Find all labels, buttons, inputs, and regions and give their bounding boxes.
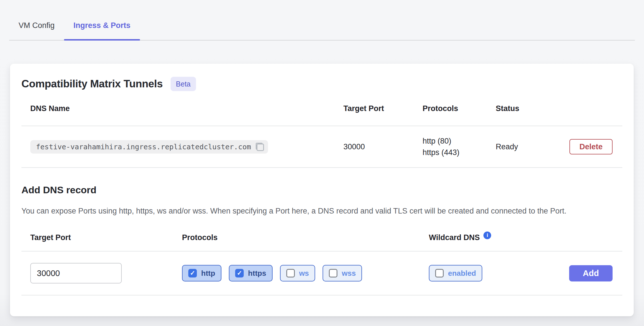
beta-badge: Beta (171, 77, 196, 91)
checkbox-box (286, 269, 295, 277)
header-target-port: Target Port (343, 104, 423, 113)
table-row: festive-varahamihira.ingress.replicatedc… (21, 126, 622, 168)
wildcard-checkbox-label: enabled (448, 269, 476, 278)
tunnels-card: Compatibility Matrix Tunnels Beta DNS Na… (10, 64, 634, 316)
protocol-checkbox-label: ws (299, 269, 309, 278)
checkbox-box (329, 269, 337, 277)
checkbox-box: ✓ (188, 269, 197, 277)
protocol-checkbox-http[interactable]: ✓ http (182, 265, 221, 281)
cell-status: Ready (496, 142, 569, 151)
add-dns-record-description: You can expose Ports using http, https, … (21, 205, 614, 217)
dns-name-pill: festive-varahamihira.ingress.replicatedc… (30, 140, 268, 154)
header-dns-name: DNS Name (30, 104, 343, 113)
card-title: Compatibility Matrix Tunnels (21, 78, 163, 90)
tab-ingress-ports[interactable]: Ingress & Ports (64, 11, 140, 40)
add-button[interactable]: Add (569, 265, 613, 281)
tab-bar: VM Config Ingress & Ports (9, 0, 635, 41)
protocol-checkbox-label: http (201, 269, 215, 278)
label-protocols: Protocols (182, 233, 429, 242)
protocol-chip-group: ✓ http ✓ https ws wss (182, 265, 429, 281)
protocol-line: https (443) (423, 147, 496, 158)
copy-icon[interactable] (256, 143, 264, 151)
protocol-checkbox-https[interactable]: ✓ https (229, 265, 273, 281)
wildcard-enabled-checkbox[interactable]: enabled (429, 265, 482, 281)
checkbox-box (435, 269, 444, 277)
info-icon[interactable]: i (483, 232, 491, 239)
protocol-checkbox-label: https (248, 269, 266, 278)
protocol-line: http (80) (423, 135, 496, 147)
protocol-checkbox-ws[interactable]: ws (280, 265, 315, 281)
target-port-input[interactable] (30, 263, 122, 283)
protocol-checkbox-label: wss (342, 269, 356, 278)
protocol-checkbox-wss[interactable]: wss (323, 265, 362, 281)
header-status: Status (496, 104, 613, 113)
label-wildcard-dns: Wildcard DNS (429, 233, 480, 242)
add-form-labels: Target Port Protocols Wildcard DNS i (21, 224, 622, 251)
add-dns-record-title: Add DNS record (21, 184, 622, 196)
cell-protocols: http (80) https (443) (423, 135, 496, 158)
dns-name-text: festive-varahamihira.ingress.replicatedc… (36, 143, 251, 151)
checkbox-box: ✓ (235, 269, 244, 277)
delete-button[interactable]: Delete (569, 139, 613, 154)
header-protocols: Protocols (423, 104, 496, 113)
label-target-port: Target Port (30, 233, 182, 242)
tab-vm-config[interactable]: VM Config (9, 11, 64, 40)
cell-target-port: 30000 (343, 142, 423, 151)
tunnels-table-header: DNS Name Target Port Protocols Status (21, 91, 622, 126)
add-form-inputs: ✓ http ✓ https ws wss enabled Add (21, 251, 622, 295)
card-title-row: Compatibility Matrix Tunnels Beta (21, 64, 622, 91)
